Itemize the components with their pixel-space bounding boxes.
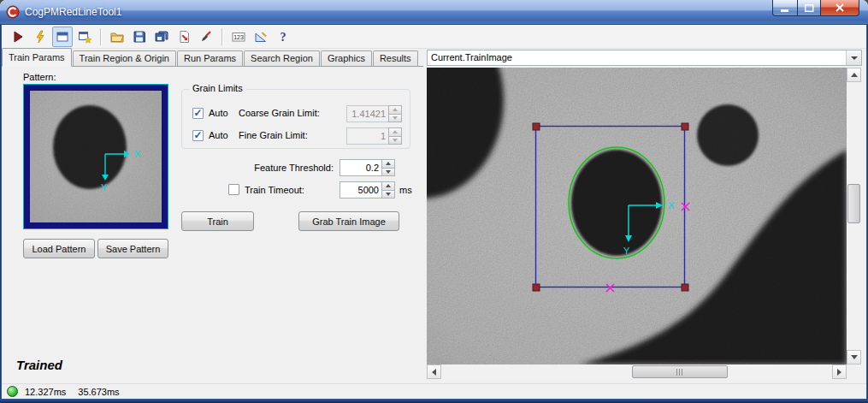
- open-file-button[interactable]: [107, 27, 127, 47]
- image-selector-combobox[interactable]: Current.TrainImage: [427, 50, 862, 66]
- maximize-button[interactable]: [797, 0, 821, 16]
- train-timeout-value: 5000: [340, 182, 381, 198]
- toolbar-separator: [100, 28, 102, 45]
- x-axis-label: X: [668, 200, 675, 210]
- save-all-icon: [155, 30, 168, 44]
- corner-handle[interactable]: [682, 123, 688, 130]
- scroll-down-button[interactable]: [847, 350, 861, 364]
- corner-handle[interactable]: [533, 123, 540, 130]
- feature-threshold-field[interactable]: 0.2: [340, 159, 382, 176]
- scroll-up-button[interactable]: [847, 68, 861, 82]
- clear-icon: [199, 30, 213, 44]
- new-tool-button[interactable]: [74, 27, 95, 47]
- tab-results[interactable]: Results: [373, 50, 418, 66]
- run-button[interactable]: [8, 27, 28, 47]
- help-icon: ?: [276, 30, 290, 44]
- coarse-grain-limit-label: Coarse Grain Limit:: [239, 108, 320, 118]
- spin-down-icon[interactable]: [381, 190, 395, 199]
- image-display-pane: Current.TrainImage: [425, 49, 868, 383]
- arrow-down-icon: [851, 355, 858, 359]
- horizontal-scrollbar[interactable]: [427, 364, 847, 379]
- minimize-button[interactable]: [772, 0, 798, 16]
- grab-train-image-button[interactable]: Grab Train Image: [298, 211, 399, 231]
- feature-threshold-label: Feature Threshold:: [224, 163, 334, 173]
- train-timeout-checkbox[interactable]: [228, 184, 239, 195]
- titlebar[interactable]: CogPMRedLineTool1: [0, 0, 868, 25]
- electric-run-icon: [33, 30, 47, 44]
- coarse-grain-limit-field[interactable]: 1.41421: [346, 105, 389, 122]
- help-button[interactable]: ?: [273, 27, 293, 47]
- spin-down-icon[interactable]: [388, 114, 402, 123]
- tab-search-region[interactable]: Search Region: [244, 50, 320, 66]
- grain-limits-title: Grain Limits: [189, 83, 246, 93]
- grain-limits-group: Grain Limits ✓ Auto Coarse Grain Limit: …: [181, 89, 410, 149]
- tab-run-params[interactable]: Run Params: [177, 50, 243, 66]
- save-file-button[interactable]: [129, 27, 150, 47]
- close-button[interactable]: [820, 0, 859, 16]
- toolbar-separator: [221, 28, 223, 45]
- pattern-label: Pattern:: [23, 72, 56, 82]
- auto-coarse-checkmark: ✓: [193, 109, 202, 117]
- coarse-grain-limit-spinner[interactable]: [389, 105, 402, 122]
- tab-train-region-origin[interactable]: Train Region & Origin: [73, 50, 176, 66]
- pattern-thumbnail: X Y: [23, 84, 168, 229]
- trained-status: Trained: [16, 358, 62, 372]
- feature-threshold-spinner[interactable]: [382, 159, 395, 176]
- feature-threshold-value: 0.2: [340, 160, 381, 175]
- spin-down-icon[interactable]: [388, 136, 402, 145]
- y-axis-label: Y: [623, 246, 630, 256]
- clear-button[interactable]: [196, 27, 216, 47]
- minimize-icon: [781, 4, 789, 12]
- import-button[interactable]: [174, 27, 194, 47]
- save-pattern-button[interactable]: Save Pattern: [97, 239, 168, 258]
- electric-run-button[interactable]: [30, 27, 50, 47]
- numeric-results-button[interactable]: 123: [228, 27, 249, 47]
- open-file-icon: [110, 30, 124, 44]
- train-timeout-spinner[interactable]: [382, 181, 395, 199]
- measure-button[interactable]: [251, 27, 271, 47]
- window-controls: [773, 0, 859, 16]
- corner-handle[interactable]: [533, 284, 540, 291]
- auto-fine-checkmark: ✓: [193, 131, 202, 139]
- save-all-button[interactable]: [151, 27, 172, 47]
- pattern-y-axis-label: Y: [101, 182, 108, 193]
- horizontal-scroll-thumb[interactable]: [632, 365, 728, 378]
- train-timeout-field[interactable]: 5000: [340, 181, 382, 199]
- corner-handle[interactable]: [682, 284, 688, 291]
- spin-down-icon[interactable]: [381, 168, 395, 177]
- combobox-dropdown-button[interactable]: [846, 50, 861, 65]
- fine-grain-limit-label: Fine Grain Limit:: [239, 130, 308, 140]
- float-tool-icon: [56, 30, 69, 44]
- total-time: 35.673ms: [78, 387, 119, 397]
- image-grain: [427, 68, 847, 364]
- app-window: CogPMRedLineTool1: [0, 0, 868, 403]
- tab-graphics[interactable]: Graphics: [321, 50, 372, 66]
- svg-text:123: 123: [233, 34, 244, 40]
- close-icon: [836, 3, 844, 12]
- scroll-left-button[interactable]: [427, 364, 441, 379]
- fine-grain-limit-field[interactable]: 1: [346, 127, 389, 145]
- arrow-up-icon: [851, 73, 858, 77]
- toolbar: 123 ?: [0, 25, 868, 49]
- fine-grain-limit-spinner[interactable]: [389, 127, 402, 145]
- tab-strip: Train Params Train Region & Origin Run P…: [2, 49, 423, 67]
- vertical-scroll-thumb[interactable]: [847, 184, 860, 223]
- scroll-right-button[interactable]: [832, 364, 847, 379]
- vertical-scrollbar[interactable]: [847, 68, 861, 364]
- pattern-x-axis-label: X: [134, 149, 141, 159]
- arrow-right-icon: [837, 369, 841, 376]
- save-file-icon: [133, 30, 146, 44]
- svg-text:?: ?: [280, 31, 286, 44]
- result-time: 12.327ms: [25, 387, 66, 397]
- auto-coarse-checkbox[interactable]: ✓: [192, 108, 204, 119]
- arrow-left-icon: [432, 369, 436, 376]
- load-pattern-button[interactable]: Load Pattern: [23, 239, 95, 258]
- float-tool-button[interactable]: [52, 27, 73, 47]
- status-led-icon: [7, 386, 18, 397]
- window-border-bottom: [0, 399, 868, 403]
- train-image-display[interactable]: X Y: [427, 68, 847, 364]
- tab-train-params[interactable]: Train Params: [2, 48, 72, 67]
- auto-fine-checkbox[interactable]: ✓: [192, 130, 204, 141]
- train-button[interactable]: Train: [181, 211, 254, 231]
- measure-icon: [254, 30, 268, 44]
